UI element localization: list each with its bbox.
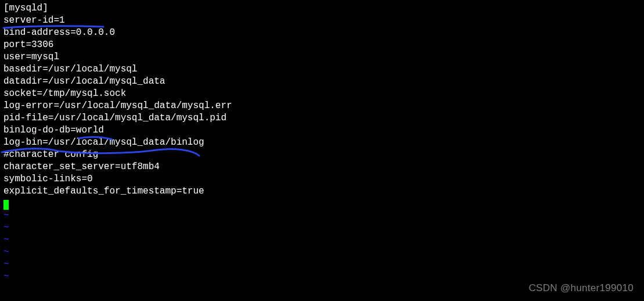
empty-line-tilde: ~ xyxy=(3,210,641,222)
config-line: explicit_defaults_for_timestamp=true xyxy=(3,185,641,198)
config-line: bind-address=0.0.0.0 xyxy=(3,27,641,39)
config-line: binlog-do-db=world xyxy=(3,124,641,137)
watermark: CSDN @hunter199010 xyxy=(529,282,634,294)
empty-line-tilde: ~ xyxy=(3,271,641,283)
cursor-line xyxy=(3,198,641,210)
cursor xyxy=(3,200,9,210)
config-line: datadir=/usr/local/mysql_data xyxy=(3,76,641,88)
config-line: #character config xyxy=(3,149,641,161)
config-line: log-bin=/usr/local/mysql_data/binlog xyxy=(3,137,641,149)
empty-line-tilde: ~ xyxy=(3,222,641,234)
config-line: pid-file=/usr/local/mysql_data/mysql.pid xyxy=(3,112,641,124)
config-line: user=mysql xyxy=(3,51,641,63)
config-line: symbolic-links=0 xyxy=(3,173,641,185)
config-line: port=3306 xyxy=(3,39,641,51)
empty-line-tilde: ~ xyxy=(3,259,641,271)
empty-line-tilde: ~ xyxy=(3,234,641,246)
empty-line-tilde: ~ xyxy=(3,246,641,259)
config-line: character_set_server=utf8mb4 xyxy=(3,161,641,173)
config-line: [mysqld] xyxy=(3,2,641,15)
terminal-editor[interactable]: [mysqld]server-id=1bind-address=0.0.0.0p… xyxy=(0,0,644,285)
config-line: socket=/tmp/mysql.sock xyxy=(3,88,641,100)
config-line: server-id=1 xyxy=(3,15,641,27)
config-line: basedir=/usr/local/mysql xyxy=(3,63,641,76)
config-line: log-error=/usr/local/mysql_data/mysql.er… xyxy=(3,100,641,112)
